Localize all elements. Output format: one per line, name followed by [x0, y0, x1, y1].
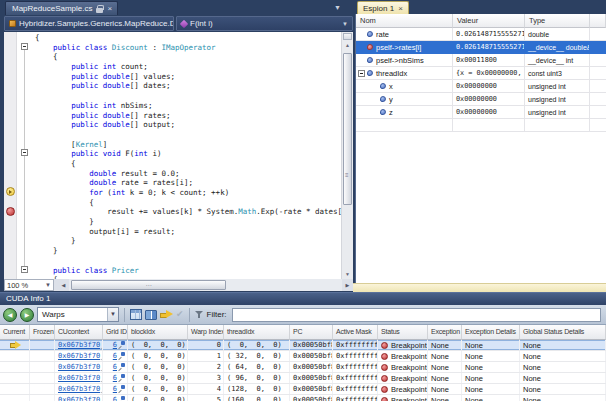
check-icon[interactable]: ✔ — [176, 310, 184, 319]
splitter-handle[interactable] — [343, 33, 352, 40]
go-to-current-arrow-button[interactable] — [160, 310, 173, 319]
warp-row[interactable]: 0x067b3f706( 0, 0, 0)4(128, 0, 0)0x00050… — [0, 384, 606, 395]
pin-icon[interactable] — [118, 396, 125, 401]
collapse-region-icon[interactable] — [21, 149, 28, 156]
column-header[interactable]: Warp Index — [188, 325, 224, 340]
watch-name-cell: threadIdx — [356, 67, 453, 80]
blockidx-cell: ( 0, 0, 0) — [128, 340, 188, 350]
code-editor[interactable]: { public class Discount : IMapOperator {… — [4, 32, 353, 279]
close-icon[interactable]: × — [107, 5, 112, 13]
watch-row[interactable]: threadIdx{x = 0x00000000, y = 0x0const u… — [356, 67, 606, 80]
pin-icon[interactable] — [118, 363, 125, 371]
column-header[interactable]: Status — [378, 325, 428, 340]
threadidx-cell: ( 32, 0, 0) — [224, 351, 290, 361]
column-header[interactable]: Global Status Details — [520, 325, 606, 340]
collapse-region-icon[interactable] — [21, 266, 28, 273]
blockidx-cell: ( 0, 0, 0) — [128, 384, 188, 394]
cucontext-link[interactable]: 0x067b3f70 — [58, 385, 100, 393]
scroll-left-icon[interactable]: ◀ — [58, 279, 69, 291]
collapse-toggle-icon[interactable] — [358, 70, 365, 77]
tab-espion-1[interactable]: Espion 1 × — [357, 1, 409, 14]
watch-value — [453, 119, 525, 132]
pin-icon[interactable] — [118, 341, 125, 349]
column-header-type[interactable]: Type — [525, 14, 590, 28]
scroll-right-icon[interactable]: ▶ — [342, 279, 353, 291]
cuda-header-row: CurrentFrozenCUcontextGrid IDblockIdxWar… — [0, 325, 606, 340]
watch-table: Nom Valeur Type rate0.0261487155552715do… — [355, 14, 606, 283]
grid-view-button[interactable] — [130, 309, 142, 320]
watch-row[interactable]: x0x00000000unsigned int — [356, 80, 606, 93]
watch-row[interactable]: rate0.0261487155552715double — [356, 28, 606, 41]
column-header[interactable]: blockIdx — [128, 325, 188, 340]
class-icon — [9, 20, 16, 27]
scrollbar-thumb[interactable]: ⋯ — [71, 280, 226, 290]
column-header[interactable]: Exception — [428, 325, 462, 340]
breakpoint-icon[interactable] — [6, 207, 15, 216]
cucontext-link[interactable]: 0x067b3f70 — [58, 363, 100, 371]
scroll-down-icon[interactable]: ▼ — [342, 270, 353, 279]
column-header[interactable]: Active Mask — [333, 325, 378, 340]
warp-row[interactable]: 0x067b3f706( 0, 0, 0)2( 64, 0, 0)0x00050… — [0, 362, 606, 373]
book-view-button[interactable] — [145, 310, 157, 320]
grid-id-link[interactable]: 6 — [113, 341, 117, 349]
watch-name-cell: z — [356, 106, 453, 119]
cucontext-link[interactable]: 0x067b3f70 — [58, 374, 100, 382]
zoom-level-dropdown[interactable]: 100 % ▼ — [4, 279, 54, 291]
pc-cell: 0x00050bf8 — [290, 373, 333, 383]
watch-row[interactable]: pself->rates[i]0.0261487155552715__devic… — [356, 41, 606, 54]
column-header[interactable]: threadIdx — [224, 325, 290, 340]
navigate-back-button[interactable]: ◀ — [3, 308, 17, 322]
pin-icon[interactable] — [118, 385, 125, 393]
active-mask-cell: 0xffffffff — [333, 384, 378, 394]
tab-mapreducesample[interactable]: MapReduceSample.cs × — [5, 1, 118, 15]
editor-horizontal-scrollbar[interactable]: ◀ ⋯ ▶ — [58, 279, 353, 291]
filter-input[interactable] — [232, 308, 601, 322]
warp-row[interactable]: 0x067b3f706( 0, 0, 0)5(160, 0, 0)0x00050… — [0, 395, 606, 401]
horizontal-splitter[interactable] — [353, 283, 606, 292]
column-header[interactable]: PC — [290, 325, 333, 340]
column-header[interactable]: Exception Details — [462, 325, 520, 340]
grid-id-link[interactable]: 6 — [113, 396, 117, 401]
pin-icon[interactable] — [118, 374, 125, 382]
editor-vertical-scrollbar[interactable]: ▲ ▼ — [341, 32, 353, 279]
navigate-forward-button[interactable]: ▶ — [20, 308, 34, 322]
column-header[interactable]: Current — [0, 325, 30, 340]
collapse-region-icon[interactable] — [21, 43, 28, 50]
column-header-valeur[interactable]: Valeur — [453, 14, 525, 28]
close-icon[interactable]: × — [398, 4, 403, 13]
warp-row[interactable]: 0x067b3f706( 0, 0, 0)3( 96, 0, 0)0x00050… — [0, 373, 606, 384]
document-list-chevron-icon[interactable]: ▼ — [334, 4, 341, 11]
warp-row[interactable]: 0x067b3f706( 0, 0, 0)1( 32, 0, 0)0x00050… — [0, 351, 606, 362]
pin-icon[interactable] — [118, 352, 125, 360]
breakpoint-gutter[interactable] — [4, 32, 17, 279]
scrollbar-thumb[interactable] — [343, 53, 352, 205]
threadidx-cell: (160, 0, 0) — [224, 395, 290, 401]
watch-row[interactable]: y0x00000000unsigned int — [356, 93, 606, 106]
grid-id-link[interactable]: 6 — [113, 385, 117, 393]
scroll-up-icon[interactable]: ▲ — [342, 41, 353, 50]
warp-row[interactable]: 0x067b3f706( 0, 0, 0)0( 0, 0, 0)0x00050b… — [0, 340, 606, 351]
grid-id-link[interactable]: 6 — [113, 363, 117, 371]
cuda-info-titlebar[interactable]: CUDA Info 1 — [0, 292, 606, 305]
cucontext-link[interactable]: 0x067b3f70 — [58, 352, 100, 360]
breakpoint-status-icon — [381, 397, 388, 401]
members-dropdown[interactable]: F(int i) ▼ — [176, 16, 353, 31]
cucontext-link[interactable]: 0x067b3f70 — [58, 396, 100, 401]
types-dropdown[interactable]: Hybridizer.Samples.Generics.MapReduce.Di… — [4, 16, 174, 31]
watch-row[interactable]: z0x00000000unsigned int — [356, 106, 606, 119]
column-header-nom[interactable]: Nom — [356, 14, 453, 28]
watch-name-cell: y — [356, 93, 453, 106]
zoom-level-value: 100 % — [7, 281, 28, 290]
watch-name: z — [389, 108, 393, 117]
grid-id-link[interactable]: 6 — [113, 374, 117, 382]
column-header[interactable]: Frozen — [30, 325, 55, 340]
watch-row[interactable]: pself->nbSims0x00011800__device__ int — [356, 54, 606, 67]
column-header[interactable]: Grid ID — [103, 325, 128, 340]
view-dropdown[interactable]: Warps ▼ — [37, 307, 119, 322]
cucontext-link[interactable]: 0x067b3f70 — [58, 341, 100, 349]
column-header[interactable]: CUcontext — [55, 325, 103, 340]
watch-row[interactable] — [356, 119, 606, 132]
grid-id-link[interactable]: 6 — [113, 352, 117, 360]
cuda-info-pane: CUDA Info 1 ◀ ▶ Warps ▼ ✔ Filter: Curren… — [0, 292, 606, 401]
method-icon — [180, 19, 188, 27]
